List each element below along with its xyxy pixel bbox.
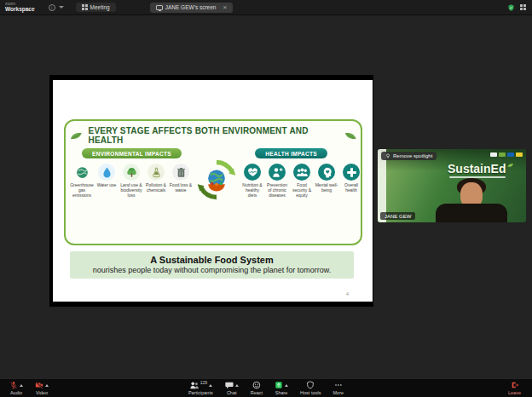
participants-count-badge: 129 [200,380,207,385]
meeting-grid-icon [82,4,88,10]
trash-bin-icon [172,164,189,181]
camera-off-icon [35,381,43,389]
share-caret[interactable] [285,384,288,387]
environmental-impacts-badge: ENVIRONMENTAL IMPACTS [82,148,182,158]
mic-muted-icon [9,381,18,389]
slide-title-row: EVERY STAGE AFFECTS BOTH ENVIRONMENT AND… [70,126,356,145]
water-drop-icon [98,164,115,181]
participant-video-tile: Remove spotlight SustainEd JANE GEW [378,149,526,222]
leaf-right-icon [344,131,357,141]
impacts-content-row: Greenhouse gas emissions Water use [70,164,356,201]
footer-title: A Sustainable Food System [77,255,347,265]
chat-icon [225,381,234,389]
host-tools-shield-icon [306,381,315,389]
sustained-logo: SustainEd [448,162,514,175]
impact-item-pollution: Pollution & chemicals [144,164,168,198]
react-button[interactable]: React [245,381,269,395]
tab-meeting-label: Meeting [90,4,110,10]
audio-button[interactable]: Audio [3,381,29,395]
tab-meeting[interactable]: Meeting [76,3,116,12]
tab-screen-share-label: JANE GEW's screen [165,4,217,10]
tab-screen-share[interactable]: JANE GEW's screen × [150,3,233,13]
people-group-icon [293,164,310,181]
info-icon[interactable]: i [49,4,55,11]
impact-item-prevention: Prevention of chronic diseases [265,164,289,198]
security-shield-icon[interactable] [507,3,515,12]
poster-subtitle-line [449,176,506,178]
video-button[interactable]: Video [29,381,55,395]
impact-headers-row: ENVIRONMENTAL IMPACTS HEALTH IMPACTS [70,148,356,158]
impact-item-nutrition: Nutrition & healthy diets [240,164,264,198]
mind-heart-icon [318,164,335,181]
spotlight-icon [385,153,390,158]
sustained-leaf-icon [507,162,514,169]
participant-name-label: JANE GEW [380,212,415,220]
toolbar-center-group: 129 Participants Chat React [182,381,350,395]
impact-item-waste: Food loss & waste [169,164,193,198]
chat-caret[interactable] [235,384,239,387]
view-layout-icon[interactable] [520,4,526,10]
logo-yellow [516,152,523,157]
participants-icon [189,381,200,389]
react-smiley-icon [252,381,261,389]
globe-emissions-icon [73,164,90,181]
remove-spotlight-button[interactable]: Remove spotlight [381,152,437,160]
video-options-caret[interactable] [45,384,49,387]
zoom-workspace-logo: zoom Workspace [0,2,40,12]
host-tools-button[interactable]: Host tools [294,381,327,395]
share-screen-icon [275,381,283,389]
audio-options-caret[interactable] [20,384,23,387]
leaf-left-icon [70,131,84,141]
participants-button[interactable]: 129 Participants [182,381,219,395]
logo-blue [507,152,514,157]
chevron-down-icon[interactable] [59,6,64,9]
person-cross-icon [269,164,286,181]
footer-body: nourishes people today without compromis… [77,266,347,274]
slide-page-number: 4 [346,291,349,296]
presentation-slide: EVERY STAGE AFFECTS BOTH ENVIRONMENT AND… [53,80,373,302]
more-button[interactable]: More [327,381,350,395]
environmental-items: Greenhouse gas emissions Water use [70,164,193,198]
brand-bottom: Workspace [5,7,35,13]
food-cycle-icon [195,158,238,201]
screen-icon [156,5,163,10]
health-items: Nutrition & healthy diets Prevention of … [240,164,363,198]
top-bar: zoom Workspace i Meeting JANE GEW's scre… [0,0,532,15]
tree-icon [123,164,140,181]
toolbar-right-group: Leave [502,381,527,395]
close-tab-icon[interactable]: × [223,4,227,11]
impact-item-overall: Overall health [339,164,363,198]
partner-logos [490,152,523,157]
leave-button[interactable]: Leave [502,381,527,395]
logo-white [490,152,497,157]
meeting-toolbar: Audio Video 129 Participants [0,379,532,397]
slide-footer-band: A Sustainable Food System nourishes peop… [70,251,354,279]
impact-item-land: Land use & biodiversity loss [119,164,143,198]
slide-title: EVERY STAGE AFFECTS BOTH ENVIRONMENT AND… [89,126,338,145]
remove-spotlight-label: Remove spotlight [393,153,432,158]
impact-item-mental: Mental well-being [315,164,338,198]
impact-item-food-security: Food security & equity [290,164,314,198]
leave-icon [511,381,519,389]
slide-panel: EVERY STAGE AFFECTS BOTH ENVIRONMENT AND… [64,119,362,245]
zoom-window: zoom Workspace i Meeting JANE GEW's scre… [0,0,532,397]
chat-button[interactable]: Chat [219,381,245,395]
meeting-stage: EVERY STAGE AFFECTS BOTH ENVIRONMENT AND… [0,15,532,379]
medical-cross-icon [343,164,360,181]
participant-torso [436,204,507,222]
participants-caret[interactable] [209,384,212,387]
health-impacts-badge: HEALTH IMPACTS [255,148,327,158]
toolbar-left-group: Audio Video [3,381,55,395]
heart-pulse-icon [244,164,261,181]
logo-green [499,152,506,157]
share-button[interactable]: Share [269,381,294,395]
impact-item-greenhouse: Greenhouse gas emissions [70,164,94,198]
topbar-right [507,3,532,12]
more-ellipsis-icon [334,381,343,389]
flask-icon [147,164,165,181]
impact-item-water: Water use [95,164,119,198]
